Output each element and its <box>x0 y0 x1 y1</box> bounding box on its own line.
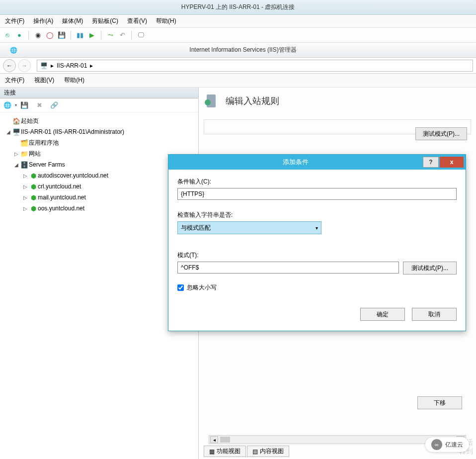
page-title: 编辑入站规则 <box>226 95 279 107</box>
vm-menu-clipboard[interactable]: 剪贴板(C) <box>92 17 118 25</box>
separator <box>71 31 71 40</box>
turnoff-icon[interactable]: ◉ <box>33 31 42 40</box>
farm-icon: ⬢ <box>29 172 38 180</box>
expand-icon[interactable]: ▷ <box>22 184 29 189</box>
farm-icon: ⬢ <box>29 183 38 190</box>
pattern-label: 模式(T): <box>177 251 457 260</box>
brand-badge: ∞ 亿速云 <box>425 437 469 452</box>
rule-icon <box>204 92 221 109</box>
ignore-case-checkbox[interactable]: 忽略大小写 <box>177 283 457 292</box>
checkpoint-icon[interactable]: ⤳ <box>106 31 115 40</box>
tree-server-node[interactable]: ◢🖥️IIS-ARR-01 (IIS-ARR-01\Administrator) <box>2 126 196 137</box>
tree-farm-item[interactable]: ▷⬢crl.yuntcloud.net <box>2 181 196 192</box>
save-icon[interactable]: 💾 <box>57 31 66 40</box>
farm-icon: ⬢ <box>29 205 38 212</box>
features-icon: ▦ <box>209 448 215 455</box>
farm-icon: ⬢ <box>29 194 38 201</box>
iis-menu-view[interactable]: 视图(V) <box>34 76 54 85</box>
content-icon: ▤ <box>252 448 258 455</box>
bc-sep: ▸ <box>90 62 93 69</box>
iis-menu-file[interactable]: 文件(F) <box>5 76 24 85</box>
ctrl-alt-del-icon[interactable]: ⎋ <box>3 31 12 40</box>
remove-icon[interactable]: ✖ <box>35 101 44 110</box>
vm-title-text: HYPERV-01 上的 IIS-ARR-01 - 虚拟机连接 <box>181 3 295 11</box>
sites-icon: 📁 <box>20 150 29 158</box>
start-icon[interactable]: ● <box>15 31 24 40</box>
view-tabs: ▦功能视图 ▤内容视图 <box>204 446 289 457</box>
collapse-icon[interactable]: ◢ <box>5 129 12 135</box>
iis-title-text: Internet Information Services (IIS)管理器 <box>189 46 296 54</box>
enhanced-icon[interactable]: 🖵 <box>136 31 145 40</box>
connections-toolbar: 🌐 ▾ 💾 ✖ 🔗 <box>0 98 198 112</box>
shutdown-icon[interactable]: ◯ <box>45 31 54 40</box>
dialog-titlebar[interactable]: 添加条件 ? x <box>168 155 466 170</box>
nav-forward-button[interactable]: → <box>18 59 31 72</box>
add-condition-dialog: 添加条件 ? x 条件输入(C): 检查输入字符串是否: 与模式匹配 ▾ 模式(… <box>168 154 466 331</box>
save-conn-icon[interactable]: 💾 <box>20 101 29 110</box>
ok-button[interactable]: 确定 <box>360 308 405 321</box>
dialog-body: 条件输入(C): 检查输入字符串是否: 与模式匹配 ▾ 模式(T): 测试模式(… <box>168 170 466 300</box>
separator <box>131 31 132 40</box>
vm-menubar: 文件(F) 操作(A) 媒体(M) 剪贴板(C) 查看(V) 帮助(H) <box>0 15 476 28</box>
breadcrumb-bar: ← → 🖥️ ▸ IIS-ARR-01 ▸ <box>0 58 476 74</box>
condition-input-field[interactable] <box>177 188 457 200</box>
dialog-close-button[interactable]: x <box>440 157 464 168</box>
up-level-icon[interactable]: 🔗 <box>50 101 59 110</box>
chevron-down-icon: ▾ <box>316 225 318 231</box>
scroll-thumb[interactable] <box>220 437 230 443</box>
vm-menu-view[interactable]: 查看(V) <box>127 17 147 25</box>
features-view-tab[interactable]: ▦功能视图 <box>204 446 246 457</box>
connect-icon[interactable]: 🌐 <box>3 101 12 110</box>
home-icon: 🏠 <box>12 117 21 125</box>
expand-icon[interactable]: ▷ <box>22 206 29 211</box>
reset-icon[interactable]: ▶ <box>87 31 96 40</box>
brand-text: 亿速云 <box>445 441 463 449</box>
collapse-icon[interactable]: ◢ <box>13 162 20 168</box>
nav-back-button[interactable]: ← <box>3 59 16 72</box>
dropdown-icon[interactable]: ▾ <box>15 103 17 107</box>
iis-icon: 🌐 <box>10 47 17 54</box>
vm-titlebar: HYPERV-01 上的 IIS-ARR-01 - 虚拟机连接 <box>0 0 476 15</box>
svg-rect-1 <box>205 99 211 105</box>
dialog-help-button[interactable]: ? <box>423 157 439 168</box>
expand-icon[interactable]: ▷ <box>22 173 29 179</box>
pause-icon[interactable]: ▮▮ <box>76 31 84 40</box>
tree-server-farms[interactable]: ◢🗄️Server Farms <box>2 159 196 170</box>
move-down-button[interactable]: 下移 <box>417 396 462 409</box>
content-header: 编辑入站规则 <box>204 92 471 109</box>
test-pattern-button[interactable]: 测试模式(P)... <box>403 262 457 275</box>
cancel-button[interactable]: 取消 <box>412 308 457 321</box>
vm-menu-help[interactable]: 帮助(H) <box>156 17 176 25</box>
scroll-left-icon[interactable]: ◂ <box>210 436 218 443</box>
server-icon: 🖥️ <box>40 62 48 69</box>
iis-menu-help[interactable]: 帮助(H) <box>64 76 84 85</box>
select-value: 与模式匹配 <box>181 224 211 232</box>
tree-sites[interactable]: ▷📁网站 <box>2 148 196 159</box>
check-mode-select[interactable]: 与模式匹配 ▾ <box>177 221 321 234</box>
ignore-case-label: 忽略大小写 <box>187 283 217 292</box>
tree-farm-item[interactable]: ▷⬢autodiscover.yuntcloud.net <box>2 170 196 181</box>
brand-icon: ∞ <box>431 439 442 450</box>
test-pattern-button[interactable]: 测试模式(P)... <box>415 127 467 140</box>
ignore-case-check-input[interactable] <box>177 284 184 291</box>
revert-icon[interactable]: ↶ <box>118 31 127 40</box>
farms-icon: 🗄️ <box>20 161 29 169</box>
tree-start-page[interactable]: 🏠起始页 <box>2 115 196 126</box>
breadcrumb-host[interactable]: IIS-ARR-01 <box>57 62 87 69</box>
pattern-input-field[interactable] <box>177 262 399 274</box>
bc-sep: ▸ <box>51 62 54 69</box>
iis-title-bar: 🌐 Internet Information Services (IIS)管理器 <box>0 43 476 58</box>
expand-icon[interactable]: ▷ <box>22 195 29 200</box>
separator <box>28 31 29 40</box>
vm-menu-file[interactable]: 文件(F) <box>5 17 24 25</box>
vm-menu-action[interactable]: 操作(A) <box>33 17 53 25</box>
tree-farm-item[interactable]: ▷⬢oos.yuntcloud.net <box>2 203 196 214</box>
separator <box>101 31 101 40</box>
breadcrumb[interactable]: 🖥️ ▸ IIS-ARR-01 ▸ <box>37 60 473 72</box>
expand-icon[interactable]: ▷ <box>13 151 20 157</box>
tree-farm-item[interactable]: ▷⬢mail.yuntcloud.net <box>2 192 196 203</box>
tree-app-pools[interactable]: 🗂️应用程序池 <box>2 137 196 148</box>
vm-menu-media[interactable]: 媒体(M) <box>62 17 83 25</box>
content-view-tab[interactable]: ▤内容视图 <box>247 446 289 457</box>
dialog-footer: 确定 取消 <box>168 300 466 331</box>
